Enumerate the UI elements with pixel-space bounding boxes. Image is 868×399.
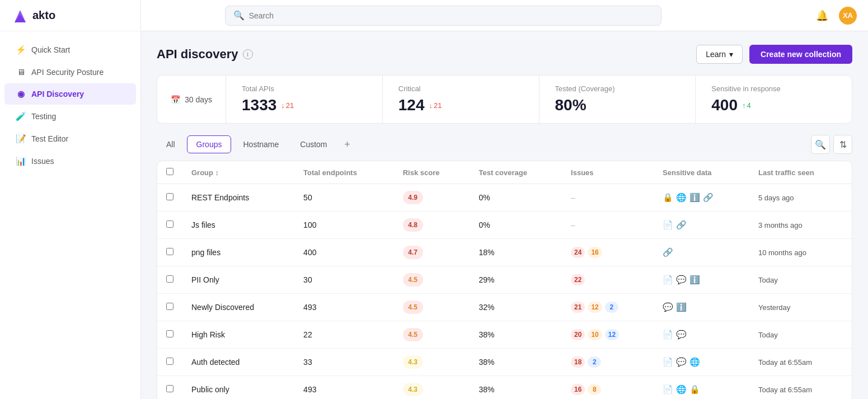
- sidebar-item-label: Testing: [31, 112, 56, 121]
- logo-area: akto: [0, 0, 140, 31]
- row-checkbox[interactable]: [166, 303, 173, 310]
- row-endpoints: 33: [294, 349, 394, 376]
- sidebar-item-api-security-posture[interactable]: 🖥 API Security Posture: [4, 62, 136, 82]
- row-checkbox[interactable]: [166, 385, 173, 392]
- row-endpoints: 30: [294, 266, 394, 294]
- row-group-name[interactable]: Auth detected: [182, 349, 294, 376]
- svg-marker-1: [15, 15, 26, 22]
- row-coverage: 38%: [470, 376, 562, 400]
- link-icon: 🔗: [703, 193, 714, 203]
- sort-button[interactable]: ⇅: [833, 135, 852, 154]
- tab-custom[interactable]: Custom: [290, 135, 336, 153]
- doc-icon: 📄: [663, 220, 673, 230]
- sidebar-item-test-editor[interactable]: 📝 Test Editor: [4, 128, 136, 149]
- row-issues: 201012: [562, 321, 654, 349]
- notification-button[interactable]: 🔔: [813, 7, 831, 25]
- row-coverage: 29%: [470, 266, 562, 294]
- sidebar-item-label: API Security Posture: [31, 68, 104, 77]
- search-input[interactable]: [249, 11, 653, 20]
- topbar-right: 🔔 XA: [813, 7, 857, 25]
- info-icon: ℹ️: [689, 275, 700, 285]
- avatar[interactable]: XA: [839, 7, 857, 25]
- table-row: Public only4934.338%168📄🌐🔒Today at 6:55a…: [157, 376, 852, 400]
- row-sensitive-data: 📄💬ℹ️: [654, 266, 749, 294]
- row-coverage: 38%: [470, 349, 562, 376]
- stat-period: 📅 30 days: [157, 76, 226, 123]
- sidebar-item-testing[interactable]: 🧪 Testing: [4, 106, 136, 127]
- row-group-name[interactable]: REST Endpoints: [182, 184, 294, 212]
- page-title-info-icon[interactable]: i: [243, 49, 253, 59]
- search-bar[interactable]: 🔍: [225, 6, 661, 26]
- select-all-checkbox[interactable]: [166, 168, 173, 175]
- row-last-traffic: Today: [749, 321, 852, 349]
- learn-button[interactable]: Learn ▾: [696, 45, 743, 64]
- row-group-name[interactable]: PII Only: [182, 266, 294, 294]
- sensitive-change: ↑ 4: [742, 101, 751, 110]
- row-checkbox[interactable]: [166, 275, 173, 283]
- chat-icon: 💬: [676, 330, 687, 340]
- api-discovery-icon: ◉: [16, 89, 26, 99]
- info-icon: ℹ️: [689, 193, 700, 203]
- tab-all[interactable]: All: [157, 135, 185, 153]
- row-group-name[interactable]: png files: [182, 239, 294, 266]
- sidebar-item-label: Test Editor: [31, 134, 68, 143]
- chat-icon: 💬: [676, 357, 687, 367]
- row-sensitive-data: 🔒🌐ℹ️🔗: [654, 184, 749, 212]
- col-test-coverage: Test coverage: [470, 161, 562, 184]
- issues-icon: 📊: [16, 156, 26, 166]
- sidebar-item-issues[interactable]: 📊 Issues: [4, 151, 136, 172]
- sidebar-item-label: API Discovery: [31, 90, 84, 98]
- row-risk-score: 4.3: [394, 376, 470, 400]
- row-checkbox[interactable]: [166, 220, 173, 228]
- sidebar-nav: ⚡ Quick Start 🖥 API Security Posture ◉ A…: [0, 31, 140, 180]
- row-group-name[interactable]: Js files: [182, 212, 294, 239]
- row-checkbox[interactable]: [166, 193, 173, 200]
- tab-right-actions: 🔍 ⇅: [811, 135, 852, 154]
- row-last-traffic: Today: [749, 266, 852, 294]
- sidebar: akto ⚡ Quick Start 🖥 API Security Postur…: [0, 0, 141, 399]
- table-row: Newly Discovered4934.532%21122💬ℹ️Yesterd…: [157, 294, 852, 321]
- globe-icon: 🌐: [676, 384, 687, 395]
- row-coverage: 0%: [470, 212, 562, 239]
- stat-sensitive: Sensitive in response 400 ↑ 4: [696, 76, 852, 123]
- row-sensitive-data: 📄🌐🔒: [654, 376, 749, 400]
- stat-total-apis: Total APIs 1333 ↓ 21: [226, 76, 383, 123]
- page-content: API discovery i Learn ▾ Create new colle…: [141, 31, 868, 399]
- row-group-name[interactable]: High Risk: [182, 321, 294, 349]
- tab-hostname[interactable]: Hostname: [233, 135, 288, 153]
- add-tab-button[interactable]: +: [339, 136, 356, 153]
- test-editor-icon: 📝: [16, 134, 26, 144]
- search-filter-button[interactable]: 🔍: [811, 135, 830, 154]
- row-last-traffic: Today at 6:55am: [749, 376, 852, 400]
- row-risk-score: 4.5: [394, 266, 470, 294]
- col-total-endpoints: Total endpoints: [294, 161, 394, 184]
- learn-dropdown-icon: ▾: [729, 50, 733, 59]
- row-checkbox[interactable]: [166, 248, 173, 255]
- page-title: API discovery i: [157, 47, 253, 62]
- row-issues: 182: [562, 349, 654, 376]
- testing-icon: 🧪: [16, 111, 26, 121]
- sidebar-item-label: Quick Start: [31, 45, 70, 54]
- row-sensitive-data: 📄💬🌐: [654, 349, 749, 376]
- row-checkbox[interactable]: [166, 330, 173, 337]
- row-group-name[interactable]: Newly Discovered: [182, 294, 294, 321]
- row-group-name[interactable]: Public only: [182, 376, 294, 400]
- row-issues: 2416: [562, 239, 654, 266]
- row-checkbox[interactable]: [166, 358, 173, 365]
- row-issues: 21122: [562, 294, 654, 321]
- akto-logo-icon: [11, 7, 29, 25]
- tab-groups[interactable]: Groups: [187, 135, 232, 153]
- sidebar-item-quick-start[interactable]: ⚡ Quick Start: [4, 39, 136, 60]
- row-endpoints: 493: [294, 376, 394, 400]
- stat-critical: Critical 124 ↓ 21: [383, 76, 539, 123]
- quick-start-icon: ⚡: [16, 45, 26, 55]
- globe-icon: 🌐: [689, 357, 700, 367]
- lock-icon: 🔒: [663, 193, 673, 203]
- doc-icon: 📄: [663, 384, 673, 395]
- search-icon: 🔍: [233, 10, 245, 21]
- doc-icon: 📄: [663, 357, 673, 367]
- sidebar-item-api-discovery[interactable]: ◉ API Discovery: [4, 83, 136, 105]
- table-row: Js files1004.80%–📄🔗3 months ago: [157, 212, 852, 239]
- create-collection-button[interactable]: Create new collection: [749, 45, 852, 64]
- col-sensitive-data: Sensitive data: [654, 161, 749, 184]
